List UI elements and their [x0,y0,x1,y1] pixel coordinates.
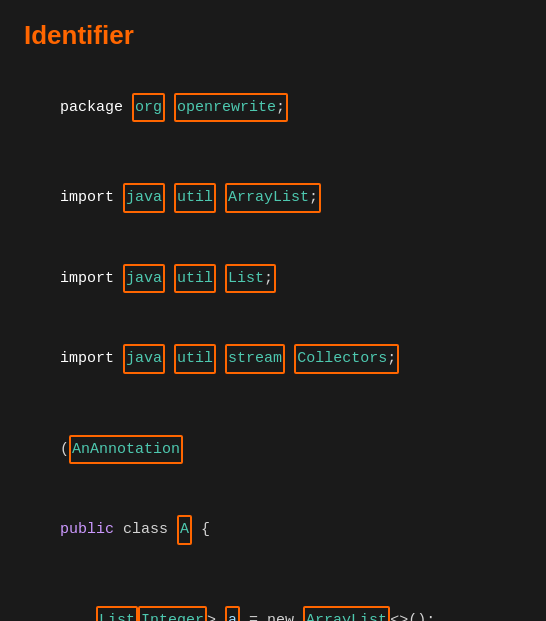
line-import-1: import java util ArrayList; [24,158,522,239]
line-class-decl: public class A { [24,490,522,571]
line-import-2: import java util List; [24,238,522,319]
line-package: package org openrewrite; [24,67,522,148]
line-field: List​Integer> a = new ArrayList<>(); [24,580,522,621]
code-block: package org openrewrite; import java uti… [24,67,522,621]
line-import-3: import java util stream Collectors; [24,319,522,400]
page-title: Identifier [24,20,522,51]
line-annotation: (AnAnnotation [24,409,522,490]
